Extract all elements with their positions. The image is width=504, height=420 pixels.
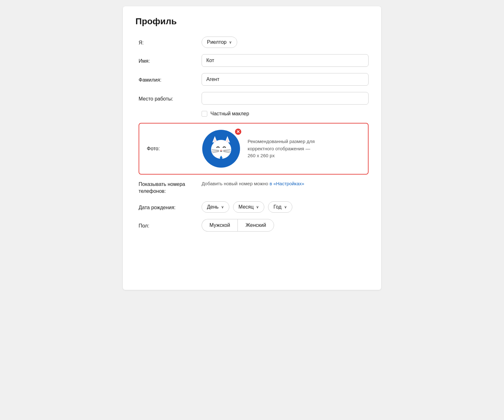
workplace-input[interactable] — [202, 92, 369, 105]
gender-label: Пол: — [139, 222, 202, 229]
phone-row: Показывать номера телефонов: Добавить но… — [139, 181, 369, 195]
workplace-row: Место работы: — [139, 92, 369, 105]
day-select[interactable]: День ∨ — [202, 201, 229, 213]
year-select-value: Год — [273, 204, 281, 210]
chevron-down-icon: ∨ — [229, 40, 232, 44]
role-select-value: Риелтор — [207, 39, 226, 45]
private-broker-row: Частный маклер — [139, 111, 369, 117]
profile-form: Я: Риелтор ∨ Имя: Фамилия: Место раб — [135, 37, 369, 232]
workplace-label: Место работы: — [139, 95, 202, 102]
avatar-wrapper: ✕ — [202, 130, 240, 168]
private-broker-label: Частный маклер — [210, 111, 249, 117]
year-select[interactable]: Год ∨ — [268, 201, 292, 213]
close-icon: ✕ — [236, 129, 240, 134]
gender-male-button[interactable]: Мужской — [202, 219, 238, 232]
surname-control — [202, 73, 369, 86]
photo-hint: Рекомендованный размер для корректного о… — [248, 138, 317, 159]
gender-options: Мужской Женский — [202, 219, 274, 232]
name-control — [202, 54, 369, 67]
avatar — [202, 130, 240, 168]
name-label: Имя: — [139, 57, 202, 64]
surname-label: Фамилия: — [139, 76, 202, 83]
name-input[interactable] — [202, 54, 369, 67]
avatar-image — [205, 133, 237, 164]
workplace-control — [202, 92, 369, 105]
chevron-down-icon: ∨ — [256, 205, 259, 209]
month-select-value: Месяц — [238, 204, 254, 210]
birthday-row: Дата рождения: День ∨ Месяц ∨ Год ∨ — [139, 201, 369, 213]
photo-content: ✕ Рекомендованный размер для корректного… — [202, 130, 317, 168]
role-row: Я: Риелтор ∨ — [139, 37, 369, 48]
name-row: Имя: — [139, 54, 369, 67]
birthday-selects: День ∨ Месяц ∨ Год ∨ — [202, 201, 292, 213]
day-select-value: День — [207, 204, 219, 210]
photo-label: Фото: — [147, 146, 202, 152]
chevron-down-icon: ∨ — [284, 205, 287, 209]
profile-page: Профиль Я: Риелтор ∨ Имя: Фамилия: — [123, 6, 381, 290]
month-select[interactable]: Месяц ∨ — [233, 201, 264, 213]
birthday-label: Дата рождения: — [139, 204, 202, 210]
remove-photo-button[interactable]: ✕ — [234, 128, 242, 135]
svg-point-5 — [220, 150, 222, 151]
role-label: Я: — [139, 39, 202, 46]
page-title: Профиль — [135, 16, 369, 26]
gender-row: Пол: Мужской Женский — [139, 219, 369, 232]
photo-section: Фото: — [139, 123, 369, 175]
phone-label: Показывать номера телефонов: — [139, 181, 202, 195]
role-select[interactable]: Риелтор ∨ — [202, 37, 237, 48]
phone-text: Добавить новый номер можно — [202, 180, 268, 186]
private-broker-checkbox[interactable] — [202, 111, 207, 117]
gender-female-button[interactable]: Женский — [238, 219, 274, 232]
role-control: Риелтор ∨ — [202, 37, 369, 48]
surname-input[interactable] — [202, 73, 369, 86]
chevron-down-icon: ∨ — [221, 205, 224, 209]
phone-info: Добавить новый номер можно в «Настройках… — [202, 181, 304, 187]
settings-link[interactable]: в «Настройках» — [270, 181, 304, 186]
surname-row: Фамилия: — [139, 73, 369, 86]
